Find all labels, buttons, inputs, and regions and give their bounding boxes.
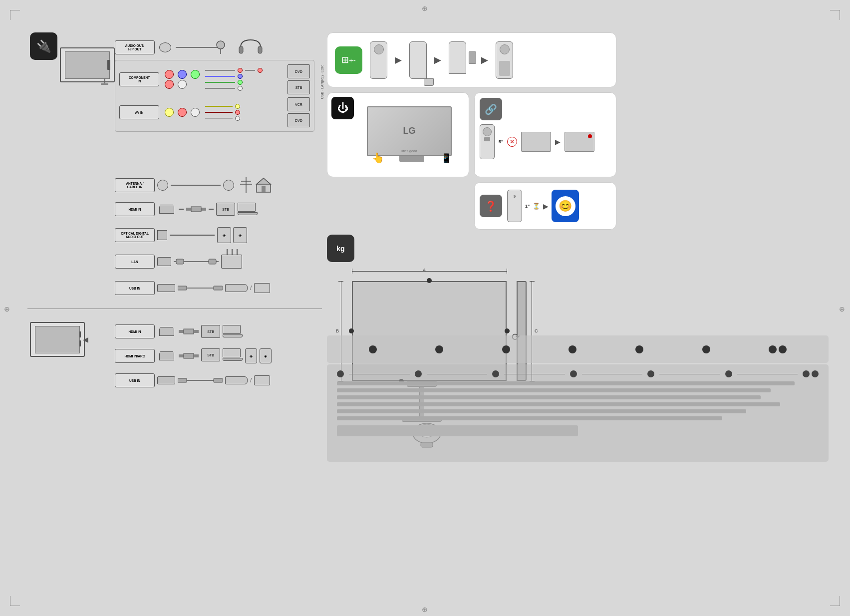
arc-speaker-r: ◈ [260,348,272,363]
weight-icon: kg [327,235,354,262]
hdmi-cable1 [179,209,184,210]
laptop-arc [223,348,243,363]
width-tick-l [352,269,352,274]
hdmi-arc-port [159,351,174,360]
remote-closed [370,41,387,79]
remote-complete [496,41,513,79]
tv-power-diagram: LG life's good 👆 📱 [367,106,457,166]
hdmi-bottom-label: HDMI IN [115,324,155,338]
table-dot-4 [570,370,577,377]
cable-box-icon: STB [287,80,310,94]
rca-port-blue [178,70,187,79]
arrow-setup: ▶ [543,202,549,210]
crosshair-top [422,4,429,11]
hdmi-label: HDMI IN [115,202,155,216]
svg-rect-15 [176,259,184,264]
remote-gesture: 📱 [441,153,452,164]
optical-cable [170,235,215,236]
av-cable-w [235,116,240,121]
svg-rect-25 [178,378,187,382]
laptop-arc-screen [223,348,241,357]
stb-arc-icon: STB [201,348,220,361]
magic-remote [480,124,495,159]
plug-icon: 🔌 [30,32,57,60]
audio-out-port [159,42,171,52]
svg-point-1 [217,41,225,49]
usb-bottom-port [157,376,175,384]
hdmi-arc-label: HDMI IN/ARC [115,349,155,363]
table-header-row [337,370,819,377]
tv-model-text: life's good [401,149,417,153]
table-dot-8 [812,370,819,377]
laptop-icon-wrap [238,203,258,216]
data-row-1 [337,381,795,385]
audio-cable-svg [176,40,236,55]
data-row-2 [337,388,771,392]
svg-rect-26 [214,378,223,382]
laptop-screen [238,203,256,212]
laptop-arc-base [223,358,243,361]
setup-remote: 9 [507,190,522,222]
antenna-devices [239,177,272,193]
av-in-label: AV IN [119,105,159,119]
antenna-c [232,249,233,255]
setup-wizard-steps: 9 1" ⏳ ▶ 😊 [507,190,579,222]
svg-rect-23 [184,353,194,358]
cable-end-r [238,68,243,73]
svg-rect-18 [178,286,187,290]
remote-buttons [499,61,510,76]
svg-rect-13 [191,207,201,212]
antenna-r [237,249,238,255]
hourglass-icon: ⏳ [533,203,540,210]
hdmi-row: HDMI IN STB [115,202,258,216]
crosshair-right [839,305,846,311]
side-height-label: C [535,328,538,333]
laptop-base-b [223,334,243,337]
rca-port-red2 [165,80,174,89]
height-tick-top [338,281,343,282]
help-icon: ❓ [480,195,502,217]
slash2: / [250,377,252,384]
data-row-6 [337,416,722,420]
table-dot-6 [725,370,732,377]
remote-wheel [374,44,384,54]
model-dot-1 [369,345,377,353]
power-icon: ⏻ [331,97,354,119]
avatar-face: 😊 [556,196,575,216]
power-instruction-box: ⏻ LG life's good 👆 📱 [327,92,469,177]
model-dot-4 [568,345,576,353]
data-row-3 [337,395,761,399]
pair-steps: 5" ✕ ▶ [480,124,611,159]
battery-remote-icon: ⊞+- [335,46,362,74]
data-row-4 [337,402,780,406]
usb-bottom-devices: / [225,375,270,385]
data-row-5 [337,409,746,413]
flash-drive-bottom [225,376,248,384]
hdmi-bottom-row: HDMI IN STB [115,324,243,338]
table-dot-5 [647,370,654,377]
table-line-1 [349,374,410,374]
width-tick-r [507,269,507,274]
slash-separator: / [250,285,252,292]
component-cables [205,68,285,91]
tv-paired [565,132,594,152]
arrow-pair: ▶ [555,138,561,146]
hdmi-cable-bottom-svg [179,326,199,336]
arrow-3: ▶ [481,54,488,65]
width-dim-line [352,271,507,272]
cable-end-w [238,86,243,91]
arrow-2: ▶ [434,54,441,65]
hdmi-devices: STB [216,203,258,216]
laptop-b [223,325,243,338]
hdmi-cable-svg [186,204,206,214]
cable-end-b [238,74,243,79]
hdmi-arc-devices: STB ◈ ◈ [201,348,272,363]
model-dot-5 [635,345,643,353]
pair-instruction-box: 🔗 5" ✕ ▶ [474,92,616,177]
optical-label: OPTICAL DIGITALAUDIO OUT [115,228,155,242]
table-dot-1 [337,370,344,377]
crosshair-left [4,305,11,311]
antenna-l [227,249,228,255]
optical-port [157,230,167,240]
house-icon [256,177,272,193]
